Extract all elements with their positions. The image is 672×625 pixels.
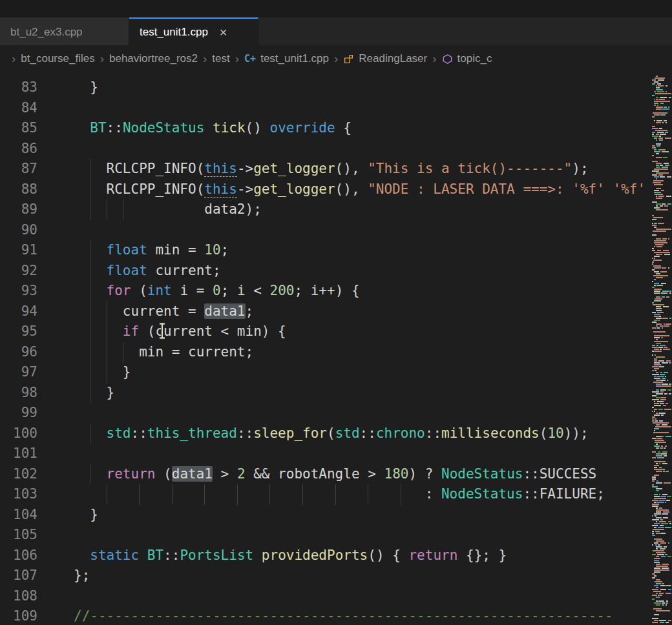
close-icon[interactable]: × bbox=[220, 26, 227, 39]
line-number[interactable]: 104 bbox=[0, 505, 37, 526]
chevron-right-icon: › bbox=[100, 52, 104, 66]
code-line[interactable]: } bbox=[74, 383, 651, 404]
code-line[interactable] bbox=[74, 220, 651, 241]
indent-guide-line bbox=[90, 281, 90, 302]
code-line[interactable]: return (data1 > 2 && robotAngle > 180) ?… bbox=[74, 464, 651, 485]
code-token: 10 bbox=[204, 242, 220, 258]
line-number[interactable]: 96 bbox=[0, 342, 37, 363]
line-number[interactable]: 90 bbox=[0, 220, 37, 241]
line-number[interactable]: 99 bbox=[0, 403, 37, 424]
line-number[interactable]: 93 bbox=[0, 281, 37, 302]
code-token: :: bbox=[131, 425, 147, 441]
breadcrumb-label: test bbox=[212, 52, 229, 65]
line-number[interactable]: 95 bbox=[0, 322, 37, 342]
line-number[interactable]: 85 bbox=[0, 118, 37, 139]
code-line[interactable] bbox=[74, 444, 651, 464]
code-token: min = current; bbox=[74, 344, 253, 360]
code-token: :: bbox=[360, 425, 376, 441]
code-token: :: bbox=[237, 425, 253, 441]
line-number[interactable]: 86 bbox=[0, 139, 37, 159]
breadcrumb-item-readinglaser[interactable]: ReadingLaser bbox=[343, 52, 427, 65]
code-line[interactable]: } bbox=[74, 505, 651, 526]
line-number[interactable]: 92 bbox=[0, 261, 37, 282]
editor-line: 93 for (int i = 0; i < 200; i++) { bbox=[0, 281, 651, 302]
indent-guide-line bbox=[123, 342, 123, 363]
tab-bar: bt_u2_ex3.cpp test_unit1.cpp × bbox=[0, 17, 672, 45]
code-line[interactable] bbox=[74, 586, 651, 607]
line-number[interactable]: 88 bbox=[0, 179, 37, 200]
code-line[interactable]: } bbox=[74, 77, 651, 98]
code-line[interactable]: : NodeStatus::FAILURE; bbox=[74, 484, 651, 505]
code-token: current = bbox=[74, 303, 204, 319]
editor-line: 108 bbox=[0, 586, 651, 607]
line-number[interactable]: 103 bbox=[0, 484, 37, 505]
line-number[interactable]: 89 bbox=[0, 200, 37, 220]
indent-guide-line bbox=[90, 464, 90, 485]
code-line[interactable]: static BT::PortsList providedPorts() { r… bbox=[74, 546, 651, 566]
line-number[interactable]: 87 bbox=[0, 159, 37, 179]
code-token: 2 bbox=[237, 466, 246, 482]
editor-line: 98 } bbox=[0, 383, 651, 404]
code-token: float bbox=[107, 263, 147, 278]
line-number[interactable]: 84 bbox=[0, 98, 37, 119]
code-token: milliseconds bbox=[441, 425, 540, 441]
code-line[interactable]: std::this_thread::sleep_for(std::chrono:… bbox=[74, 424, 651, 444]
line-number[interactable]: 83 bbox=[0, 77, 37, 98]
code-token: return bbox=[408, 548, 457, 563]
indent-guide-line bbox=[90, 179, 90, 200]
code-line[interactable] bbox=[74, 98, 651, 119]
code-token: && robotAngle > bbox=[246, 466, 384, 482]
code-token: return bbox=[107, 466, 156, 482]
code-line[interactable]: data2); bbox=[74, 200, 651, 220]
breadcrumb-item-behaviortree-ros2[interactable]: behaviortree_ros2 bbox=[109, 52, 198, 65]
code-token bbox=[253, 548, 262, 563]
code-line[interactable]: RCLCPP_INFO(this->get_logger(), "This is… bbox=[74, 159, 651, 179]
minimap[interactable] bbox=[651, 72, 672, 625]
breadcrumb-item-test-unit1-cpp[interactable]: C+ test_unit1.cpp bbox=[244, 52, 329, 65]
code-token: ( bbox=[540, 425, 548, 441]
code-token: chrono bbox=[376, 425, 425, 441]
line-number[interactable]: 108 bbox=[0, 586, 37, 607]
code-line[interactable]: float min = 10; bbox=[74, 240, 651, 261]
line-number[interactable]: 107 bbox=[0, 566, 37, 586]
code-line[interactable]: current = data1; bbox=[74, 302, 651, 322]
line-number[interactable]: 97 bbox=[0, 362, 37, 383]
code-line[interactable]: for (int i = 0; i < 200; i++) { bbox=[74, 281, 651, 302]
line-number[interactable]: 106 bbox=[0, 546, 37, 566]
breadcrumb-item-test[interactable]: test bbox=[212, 52, 229, 65]
line-number[interactable]: 101 bbox=[0, 444, 37, 464]
line-number[interactable]: 102 bbox=[0, 464, 37, 485]
code-line[interactable]: if (current < min) { bbox=[74, 322, 651, 342]
code-line[interactable]: BT::NodeStatus tick() override { bbox=[74, 118, 651, 139]
editor-line: 105 bbox=[0, 525, 651, 546]
code-line[interactable] bbox=[74, 403, 651, 424]
code-token: (), bbox=[335, 181, 368, 197]
line-number[interactable]: 91 bbox=[0, 240, 37, 261]
code-token: } bbox=[74, 385, 114, 400]
tab-test-unit1-cpp[interactable]: test_unit1.cpp × bbox=[129, 17, 258, 45]
code-token: BT bbox=[90, 120, 106, 136]
line-number[interactable]: 109 bbox=[0, 606, 37, 625]
code-area[interactable]: 83 }8485 BT::NodeStatus tick() override … bbox=[0, 72, 651, 625]
code-line[interactable]: float current; bbox=[74, 261, 651, 282]
code-token: NodeStatus bbox=[123, 120, 204, 136]
line-number[interactable]: 100 bbox=[0, 424, 37, 444]
chevron-right-icon: › bbox=[432, 52, 436, 66]
code-token: > bbox=[213, 466, 237, 482]
code-line[interactable]: } bbox=[74, 362, 651, 383]
code-line[interactable]: min = current; bbox=[74, 342, 651, 363]
code-line[interactable] bbox=[74, 525, 651, 546]
editor-line: 95 if (current < min) { bbox=[0, 322, 651, 342]
breadcrumb-item-bt-course-files[interactable]: bt_course_files bbox=[21, 52, 94, 65]
code-line[interactable]: //--------------------------------------… bbox=[74, 606, 651, 625]
editor-line: 91 float min = 10; bbox=[0, 240, 651, 261]
symbol-class-icon bbox=[343, 54, 354, 65]
line-number[interactable]: 94 bbox=[0, 302, 37, 322]
tab-bt-u2-ex3-cpp[interactable]: bt_u2_ex3.cpp bbox=[0, 17, 129, 45]
code-line[interactable]: }; bbox=[74, 566, 651, 586]
breadcrumb-item-topic[interactable]: topic_c bbox=[442, 52, 492, 65]
code-line[interactable]: RCLCPP_INFO(this->get_logger(), "NODE : … bbox=[74, 179, 651, 200]
line-number[interactable]: 98 bbox=[0, 383, 37, 404]
line-number[interactable]: 105 bbox=[0, 525, 37, 546]
code-line[interactable] bbox=[74, 139, 651, 159]
